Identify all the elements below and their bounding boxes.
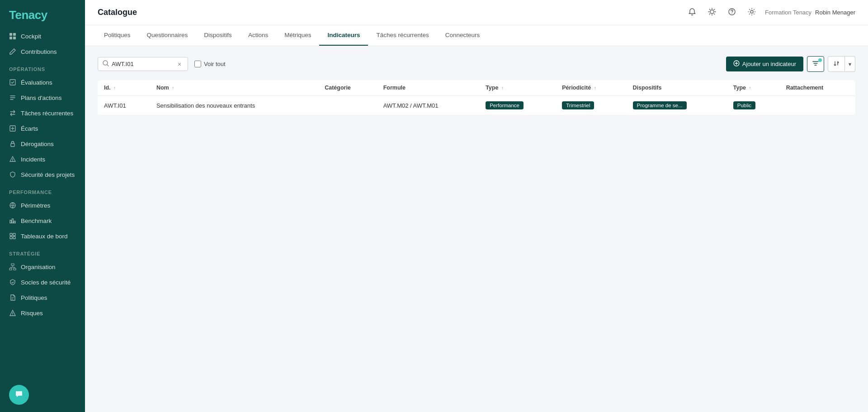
col-formule-label: Formule xyxy=(383,85,406,91)
search-clear-button[interactable]: × xyxy=(178,61,181,67)
col-rattachement-label: Rattachement xyxy=(786,85,824,91)
sidebar-item-contributions[interactable]: Contributions xyxy=(0,44,85,59)
col-header-periodicite[interactable]: Périodicité ↑ xyxy=(556,80,626,96)
badge-type2: Public xyxy=(733,101,755,109)
sidebar-item-incidents[interactable]: Incidents xyxy=(0,152,85,167)
svg-point-17 xyxy=(710,10,714,14)
sidebar-item-socles-securite-label: Socles de sécurité xyxy=(21,279,71,286)
badge-periodicite: Trimestriel xyxy=(562,101,594,109)
tab-taches-recurrentes[interactable]: Tâches récurrentes xyxy=(368,25,437,46)
toolbar-right: Ajouter un indicateur xyxy=(726,56,855,72)
edit-icon xyxy=(9,48,16,55)
svg-point-20 xyxy=(750,10,753,13)
sidebar-item-evaluations[interactable]: Évaluations xyxy=(0,75,85,90)
badge-dispositifs: Programme de se... xyxy=(633,101,687,109)
svg-rect-12 xyxy=(11,264,14,265)
alert-icon xyxy=(9,156,16,163)
sidebar-item-cockpit[interactable]: Cockpit xyxy=(0,28,85,44)
col-nom-sort-icon: ↑ xyxy=(172,85,174,90)
sidebar-item-securite-projets[interactable]: Sécurité des projets xyxy=(0,167,85,182)
col-header-id[interactable]: Id. ↑ xyxy=(98,80,150,96)
sidebar-item-taches-recurrentes[interactable]: Tâches récurrentes xyxy=(0,105,85,121)
dashboard-icon xyxy=(9,232,16,240)
sort-button[interactable] xyxy=(828,56,845,72)
sidebar-footer xyxy=(0,378,85,412)
sidebar-item-cockpit-label: Cockpit xyxy=(21,33,41,40)
sidebar-item-perimetres[interactable]: Périmètres xyxy=(0,198,85,213)
svg-point-19 xyxy=(731,13,732,13)
voir-tout-label: Voir tout xyxy=(194,61,226,67)
sidebar-item-taches-label: Tâches récurrentes xyxy=(21,110,73,117)
chat-icon xyxy=(14,389,24,401)
svg-point-21 xyxy=(103,61,108,65)
col-periodicite-sort-icon: ↑ xyxy=(594,85,596,90)
sidebar-item-ecarts[interactable]: Écarts xyxy=(0,121,85,136)
sidebar-item-benchmark[interactable]: Benchmark xyxy=(0,213,85,228)
tab-politiques[interactable]: Politiques xyxy=(96,25,139,46)
chat-button[interactable] xyxy=(9,385,29,405)
svg-rect-6 xyxy=(11,143,14,147)
col-header-type2[interactable]: Type ↑ xyxy=(727,80,780,96)
cell-nom: Sensibilisation des nouveaux entrants xyxy=(150,96,318,115)
tab-dispositifs[interactable]: Dispositifs xyxy=(196,25,240,46)
sidebar-item-tableaux-bord[interactable]: Tableaux de bord xyxy=(0,228,85,244)
col-header-rattachement: Rattachement xyxy=(780,80,855,96)
col-header-type[interactable]: Type ↑ xyxy=(479,80,556,96)
sidebar-item-organisation-label: Organisation xyxy=(21,264,56,270)
col-header-dispositifs: Dispositifs xyxy=(627,80,727,96)
add-indicator-button[interactable]: Ajouter un indicateur xyxy=(726,57,803,71)
topbar-right: Formation Tenacy Robin Menager xyxy=(685,6,855,19)
search-input[interactable] xyxy=(112,61,175,67)
sidebar-item-organisation[interactable]: Organisation xyxy=(0,259,85,275)
sidebar-item-tableaux-bord-label: Tableaux de bord xyxy=(21,233,68,240)
cell-dispositifs: Programme de se... xyxy=(627,96,727,115)
settings-button[interactable] xyxy=(745,6,759,19)
svg-rect-8 xyxy=(10,233,12,236)
tab-connecteurs[interactable]: Connecteurs xyxy=(437,25,488,46)
search-box: × xyxy=(98,57,188,71)
data-table: Id. ↑ Nom ↑ Catégorie Formule Type xyxy=(98,80,855,115)
theme-button[interactable] xyxy=(705,6,719,19)
sidebar-item-socles-securite[interactable]: Socles de sécurité xyxy=(0,275,85,290)
repeat-icon xyxy=(9,109,16,117)
tab-indicateurs[interactable]: Indicateurs xyxy=(319,25,368,46)
help-button[interactable] xyxy=(725,6,739,19)
cell-id: AWT.I01 xyxy=(98,96,150,115)
cell-rattachement xyxy=(780,96,855,115)
tab-actions[interactable]: Actions xyxy=(240,25,276,46)
filter-button[interactable] xyxy=(807,56,824,72)
sidebar-item-plans-actions[interactable]: Plans d'actions xyxy=(0,90,85,105)
sidebar-top-nav: Cockpit Contributions xyxy=(0,28,85,59)
col-type-sort-icon: ↑ xyxy=(501,85,504,90)
tab-questionnaires[interactable]: Questionnaires xyxy=(139,25,196,46)
user-info: Formation Tenacy Robin Menager xyxy=(765,9,855,16)
shield-check-icon xyxy=(9,279,16,286)
svg-rect-3 xyxy=(13,37,16,39)
app-logo: Tenacy xyxy=(0,0,85,28)
col-type2-sort-icon: ↑ xyxy=(749,85,751,90)
content-area: × Voir tout Ajouter un indicateur xyxy=(85,46,868,412)
sidebar-item-politiques[interactable]: Politiques xyxy=(0,290,85,305)
diff-icon xyxy=(9,125,16,132)
voir-tout-text: Voir tout xyxy=(204,61,226,67)
tab-metriques[interactable]: Métriques xyxy=(276,25,319,46)
col-categorie-label: Catégorie xyxy=(325,85,351,91)
table-row[interactable]: AWT.I01 Sensibilisation des nouveaux ent… xyxy=(98,96,855,115)
sidebar-item-securite-projets-label: Sécurité des projets xyxy=(21,171,75,178)
badge-type: Performance xyxy=(486,101,524,109)
page-title: Catalogue xyxy=(98,8,137,17)
plus-icon xyxy=(733,60,740,68)
svg-rect-0 xyxy=(9,33,12,36)
sidebar-item-perimetres-label: Périmètres xyxy=(21,202,50,209)
svg-rect-10 xyxy=(10,237,12,239)
sidebar-item-derogations-label: Dérogations xyxy=(21,141,54,147)
notifications-button[interactable] xyxy=(685,6,699,19)
sort-dropdown-button[interactable]: ▾ xyxy=(845,56,855,72)
sidebar-item-risques[interactable]: Risques xyxy=(0,305,85,321)
voir-tout-checkbox[interactable] xyxy=(194,61,201,67)
section-label-strategie: STRATÉGIE xyxy=(0,244,85,259)
risk-icon xyxy=(9,309,16,317)
col-header-nom[interactable]: Nom ↑ xyxy=(150,80,318,96)
sidebar-item-derogations[interactable]: Dérogations xyxy=(0,136,85,152)
svg-rect-13 xyxy=(9,268,12,270)
